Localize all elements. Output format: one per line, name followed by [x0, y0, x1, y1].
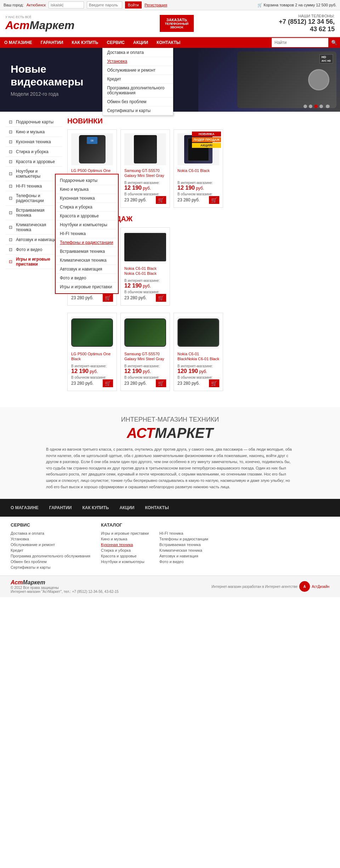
dot-3[interactable]: [314, 105, 318, 108]
add-to-cart-2[interactable]: 🛒: [156, 196, 166, 204]
submenu-item-washing[interactable]: Стирка и уборка: [56, 203, 118, 212]
dropdown-item-5[interactable]: Обмен без проблем: [103, 98, 173, 106]
footer-dev-company[interactable]: АстДизайн: [312, 585, 329, 589]
footer-col-catalog2: HI-FI техника Телефоны и радиостанции Вс…: [159, 522, 208, 570]
footer-service-link-4[interactable]: Программа дополнительного обслуживания: [11, 553, 90, 559]
order-button[interactable]: ЗАКАЗАТЬ ТЕЛЕФОННЫЙ ЗВОНОК: [160, 15, 194, 32]
nav-contacts[interactable]: КОНТАКТЫ: [152, 37, 185, 48]
sidebar-item-laptops[interactable]: ⊡ Ноутбуки и компьютеры: [5, 167, 62, 181]
sidebar-item-car-audio[interactable]: ⊡ Автозвук и навигация: [5, 235, 62, 245]
footer-service-link-6[interactable]: Сертификаты и карты: [11, 564, 90, 570]
sidebar-item-phones[interactable]: ⊡ Телефоны и радиостанции: [5, 191, 62, 206]
footer-catalog2-link-3[interactable]: Климатическая техника: [159, 547, 208, 553]
city-link[interactable]: Актюбинск: [27, 3, 46, 7]
nav-search-input[interactable]: [272, 39, 328, 46]
dropdown-item-3[interactable]: Кредит: [103, 75, 173, 84]
footer-nav-warranty[interactable]: ГАРАНТИИ: [49, 504, 72, 511]
logo[interactable]: У НАС ЕСТЬ ВСЁ АстМаркет: [5, 15, 74, 32]
footer-nav-contacts[interactable]: КОНТАКТЫ: [145, 504, 169, 511]
submenu-item-phones[interactable]: Телефоны и радиостанции: [56, 238, 118, 247]
footer-nav-promotions[interactable]: АКЦИИ: [119, 504, 134, 511]
footer-logo-block: АстМаркет © 2012 Все права защищены Инте…: [11, 579, 119, 594]
submenu-item-beauty[interactable]: Красота и здоровье: [56, 212, 118, 221]
footer-catalog-link-2[interactable]: Кухонная техника: [101, 542, 149, 547]
footer-service-link-5[interactable]: Обмен без проблем: [11, 559, 90, 564]
sidebar-item-games[interactable]: ⊡ Игры и игровые приставки ▶: [5, 255, 62, 269]
footer-catalog2-link-2[interactable]: Встраиваемая техника: [159, 542, 208, 547]
sidebar-item-builtin[interactable]: ⊡ Встраиваемая техника: [5, 206, 62, 220]
dropdown-item-6[interactable]: Сертификаты и карты: [103, 106, 173, 115]
footer-catalog2-link-4[interactable]: Автозвук и навигация: [159, 553, 208, 559]
footer-nav-how-to-buy[interactable]: КАК КУПИТЬ: [82, 504, 109, 511]
sidebar-item-gift-cards[interactable]: ⊡ Подарочные карты: [5, 117, 62, 127]
tablet-card-3[interactable]: Nokia C6-01 BlackNokia C6-01 Black В инт…: [174, 313, 223, 391]
product-card-2[interactable]: Samsung GT-S5570 Galaxy Mini Steel Gray …: [120, 129, 170, 208]
tablet-card-2[interactable]: Samsung GT-S5570 Galaxy Mini Steel Gray …: [120, 313, 170, 391]
dot-4[interactable]: [319, 105, 323, 108]
sidebar-item-hifi[interactable]: ⊡ HI-FI техника: [5, 181, 62, 191]
dropdown-item-1[interactable]: Установка: [103, 57, 173, 66]
footer-service-link-2[interactable]: Обслуживание и ремонт: [11, 542, 90, 547]
footer-col-catalog: КАТАЛОГ Игры и игровые приставки Кино и …: [101, 522, 149, 570]
dot-2[interactable]: [309, 105, 312, 108]
nav-promotions[interactable]: АКЦИИ: [129, 37, 152, 48]
nav-service-link[interactable]: СЕРВИС: [102, 37, 129, 48]
footer-catalog-link-5[interactable]: Ноутбуки и компьютеры: [101, 559, 149, 564]
add-to-cart-3[interactable]: 🛒: [209, 196, 219, 204]
sidebar-label-car-audio: Автозвук и навигация: [16, 237, 58, 242]
footer-catalog2-link-1[interactable]: Телефоны и радиостанции: [159, 536, 208, 542]
submenu-item-kitchen[interactable]: Кухонная техника: [56, 194, 118, 203]
tablet-add-to-cart-2[interactable]: 🛒: [156, 379, 166, 387]
footer-dev-label: Интернет-магазин разработан в Интернет-а…: [211, 585, 298, 589]
submenu-item-hifi[interactable]: HI-FI техника: [56, 229, 118, 238]
submenu-item-cinema[interactable]: Кино и музыка: [56, 185, 118, 194]
nav-about[interactable]: О МАГАЗИНЕ: [0, 37, 36, 48]
footer-service-link-1[interactable]: Установка: [11, 536, 90, 542]
banner-title: Новые видеокамеры: [11, 63, 83, 88]
password-input[interactable]: [87, 1, 122, 9]
footer-catalog-link-3[interactable]: Стирка и уборка: [101, 547, 149, 553]
sidebar-item-photo[interactable]: ⊡ Фото и видео: [5, 245, 62, 255]
sidebar-item-kitchen[interactable]: ⊡ Кухонная техника: [5, 137, 62, 147]
submenu-item-gift-cards[interactable]: Подарочные карты: [56, 176, 118, 185]
footer-catalog-link-1[interactable]: Кино и музыка: [101, 536, 149, 542]
nav-search-button[interactable]: 🔍: [328, 38, 340, 47]
dropdown-item-2[interactable]: Обслуживание и ремонт: [103, 66, 173, 75]
leader-product-card-2[interactable]: Nokia C6-01 Black Nokia C6-01 Black В ин…: [120, 227, 170, 306]
submenu-item-laptops[interactable]: Ноутбуки и компьютеры: [56, 221, 118, 229]
submenu-item-climate[interactable]: Климатическая техника: [56, 256, 118, 265]
submenu-item-car-audio[interactable]: Автозвук и навигация: [56, 265, 118, 274]
leader-add-to-cart-2[interactable]: 🛒: [156, 294, 166, 302]
sidebar-item-washing[interactable]: ⊡ Стирка и уборка: [5, 147, 62, 157]
footer-catalog2-link-5[interactable]: Фото и видео: [159, 559, 208, 564]
submenu-item-games[interactable]: Игры и игровые приставки: [56, 283, 118, 291]
sidebar-item-cinema[interactable]: ⊡ Кино и музыка: [5, 127, 62, 137]
footer-nav-about[interactable]: О МАГАЗИНЕ: [11, 504, 39, 511]
about-section-title: ИНТЕРНЕТ-МАГАЗИН ТЕХНИКИ: [11, 416, 329, 423]
footer-service-link-0[interactable]: Доставка и оплата: [11, 530, 90, 536]
tablet-card-1[interactable]: LG P500 Optimus One Black В интернет-маг…: [67, 313, 117, 391]
submenu-popup: Подарочные карты Кино и музыка Кухонная …: [55, 174, 119, 294]
nav-how-to-buy[interactable]: КАК КУПИТЬ: [67, 37, 102, 48]
nav-warranty[interactable]: ГАРАНТИИ: [36, 37, 68, 48]
dropdown-item-4[interactable]: Программа дополнительного обслуживания: [103, 84, 173, 98]
tablet-add-to-cart-3[interactable]: 🛒: [209, 379, 219, 387]
footer-catalog-link-4[interactable]: Красота и здоровье: [101, 553, 149, 559]
footer-catalog2-link-0[interactable]: HI-FI техника: [159, 530, 208, 536]
submenu-item-photo[interactable]: Фото и видео: [56, 274, 118, 283]
sidebar-item-beauty[interactable]: ⊡ Красота и здоровье: [5, 157, 62, 167]
dot-1[interactable]: [304, 105, 307, 108]
nav-service-dropdown[interactable]: СЕРВИС Доставка и оплата Установка Обслу…: [102, 37, 129, 48]
submenu-item-builtin[interactable]: Встраиваемая техника: [56, 247, 118, 256]
dropdown-item-0[interactable]: Доставка и оплата: [103, 48, 173, 57]
tablet-add-to-cart-1[interactable]: 🛒: [103, 379, 113, 387]
register-link[interactable]: Регистрация: [144, 3, 167, 7]
search-input[interactable]: [49, 1, 84, 9]
login-button[interactable]: Войти: [125, 1, 142, 9]
leader-add-to-cart-1[interactable]: 🛒: [103, 294, 113, 302]
sidebar-item-climate[interactable]: ⊡ Климатическая техника: [5, 220, 62, 235]
footer-service-link-3[interactable]: Кредит: [11, 547, 90, 553]
product-card-3[interactable]: НОВИНКА ЛИДЕР ПРОДАЖ АКЦИЯ! Nokia C6-01 …: [174, 129, 223, 208]
footer-catalog-link-0[interactable]: Игры и игровые приставки: [101, 530, 149, 536]
sidebar-label-builtin: Встраиваемая техника: [16, 208, 60, 218]
